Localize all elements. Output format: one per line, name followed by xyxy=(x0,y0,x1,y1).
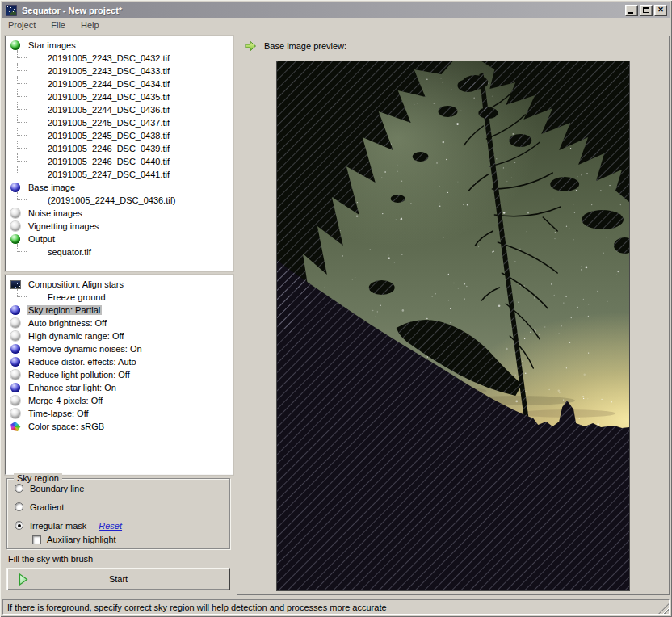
tree-section-label: Star images xyxy=(27,40,78,50)
night-sky-photo xyxy=(277,61,629,590)
radio-boundary-line[interactable] xyxy=(15,484,23,493)
tree-section-star-images[interactable]: Star images xyxy=(6,39,233,52)
radio-label: Boundary line xyxy=(30,484,84,493)
tree-section-output[interactable]: Output xyxy=(6,233,233,246)
tree-file-item[interactable]: 20191005_2244_DSC_0435.tif xyxy=(6,90,233,103)
sphere-gray-icon xyxy=(10,221,20,231)
base-image-preview[interactable] xyxy=(276,61,630,591)
settings-item-label: Sky region: Partial xyxy=(27,305,102,315)
tree-section-label: Output xyxy=(27,234,57,244)
tree-file-label: 20191005_2247_DSC_0441.tif xyxy=(46,170,171,179)
preview-header-label: Base image preview: xyxy=(264,41,346,51)
settings-item-time-lapse[interactable]: Time-lapse: Off xyxy=(6,407,233,420)
settings-item-label: Color space: sRGB xyxy=(27,422,106,431)
sphere-blue-icon xyxy=(10,183,20,192)
settings-item-merge-4-pixels[interactable]: Merge 4 pixels: Off xyxy=(6,394,233,407)
tree-file-item[interactable]: 20191005_2246_DSC_0440.tif xyxy=(6,155,233,168)
sphere-gray-icon xyxy=(10,396,20,405)
tree-file-item[interactable]: 20191005_2245_DSC_0437.tif xyxy=(6,116,233,129)
sphere-gray-icon xyxy=(10,370,20,380)
radio-option-gradient[interactable]: Gradient xyxy=(7,497,229,516)
tree-file-item[interactable]: 20191005_2244_DSC_0434.tif xyxy=(6,78,233,90)
brush-hint: Fill the sky with brush xyxy=(5,552,232,566)
settings-item-reduce-distor-effects[interactable]: Reduce distor. effects: Auto xyxy=(6,355,233,368)
menu-item-help[interactable]: Help xyxy=(78,19,107,32)
minimize-button[interactable] xyxy=(625,5,638,16)
tree-file-label: 20191005_2244_DSC_0436.tif xyxy=(46,105,171,115)
settings-item-remove-dynamic-noises[interactable]: Remove dynamic noises: On xyxy=(6,342,233,355)
tree-file-label: sequator.tif xyxy=(46,247,93,257)
resize-grip[interactable] xyxy=(658,603,669,614)
tree-file-label: 20191005_2246_DSC_0439.tif xyxy=(46,144,171,153)
settings-item-sky-region[interactable]: Sky region: Partial xyxy=(6,304,233,317)
tree-file-label: (20191005_2244_DSC_0436.tif) xyxy=(46,195,177,205)
settings-item-high-dynamic-range[interactable]: High dynamic range: Off xyxy=(6,329,233,342)
sphere-blue-icon xyxy=(10,305,20,315)
tree-file-item[interactable]: 20191005_2243_DSC_0433.tif xyxy=(6,65,233,78)
tree-section-vignetting-images[interactable]: Vignetting images xyxy=(6,220,233,233)
sphere-gray-icon xyxy=(10,409,20,418)
preview-panel: Base image preview: xyxy=(237,36,670,595)
radio-label: Gradient xyxy=(30,502,64,512)
settings-item-reduce-light-pollution[interactable]: Reduce light pollution: Off xyxy=(6,368,233,381)
tree-file-item[interactable]: 20191005_2245_DSC_0438.tif xyxy=(6,129,233,142)
tree-file-item[interactable]: 20191005_2247_DSC_0441.tif xyxy=(6,168,233,181)
sphere-blue-icon xyxy=(10,357,20,367)
tree-connector-icon xyxy=(17,89,27,97)
settings-item-label: Enhance star light: On xyxy=(27,383,118,392)
radio-gradient[interactable] xyxy=(15,502,23,511)
close-button[interactable]: ✕ xyxy=(654,5,667,16)
tree-section-label: Vignetting images xyxy=(27,221,100,231)
window-title: Sequator - New project* xyxy=(22,6,122,15)
menu-item-project[interactable]: Project xyxy=(5,19,43,32)
auxiliary-highlight-option[interactable]: Auxiliary highlight xyxy=(7,533,229,546)
settings-item-enhance-star-light[interactable]: Enhance star light: On xyxy=(6,381,233,394)
tree-file-item[interactable]: 20191005_2244_DSC_0436.tif xyxy=(6,103,233,116)
tree-connector-icon xyxy=(17,102,27,110)
tree-file-item[interactable]: 20191005_2243_DSC_0432.tif xyxy=(6,52,233,65)
tree-file-item[interactable]: sequator.tif xyxy=(6,246,233,258)
sky-region-group-title: Sky region xyxy=(14,473,62,483)
settings-item-label: Reduce light pollution: Off xyxy=(27,370,132,380)
status-text: If there is foreground, specify correct … xyxy=(7,602,387,612)
settings-item-label: Time-lapse: Off xyxy=(27,409,90,418)
reset-link[interactable]: Reset xyxy=(99,521,122,531)
tree-connector-icon xyxy=(17,128,27,136)
tree-file-label: 20191005_2245_DSC_0437.tif xyxy=(46,118,171,128)
menu-bar: ProjectFileHelp xyxy=(5,19,111,32)
sphere-gray-icon xyxy=(10,208,20,218)
tree-connector-icon xyxy=(17,166,27,174)
auxiliary-highlight-checkbox[interactable] xyxy=(32,535,41,544)
settings-item-composition[interactable]: Composition: Align stars xyxy=(6,278,233,291)
tree-file-item[interactable]: 20191005_2246_DSC_0439.tif xyxy=(6,142,233,155)
settings-item-label: Composition: Align stars xyxy=(27,279,125,289)
arrow-right-icon xyxy=(245,40,257,52)
settings-item-label: High dynamic range: Off xyxy=(27,331,125,341)
settings-item-color-space[interactable]: Color space: sRGB xyxy=(6,420,233,433)
sphere-green-icon xyxy=(10,40,20,50)
maximize-button[interactable] xyxy=(640,5,653,16)
start-button[interactable]: Start xyxy=(6,568,230,590)
tree-file-item[interactable]: (20191005_2244_DSC_0436.tif) xyxy=(6,194,233,207)
app-icon xyxy=(6,5,17,16)
tree-section-noise-images[interactable]: Noise images xyxy=(6,207,233,220)
radio-irregular-mask[interactable] xyxy=(15,521,23,530)
status-bar: If there is foreground, specify correct … xyxy=(2,599,670,615)
title-bar[interactable]: Sequator - New project* ✕ xyxy=(2,2,670,18)
sphere-gray-icon xyxy=(10,331,20,341)
settings-item-label: Remove dynamic noises: On xyxy=(27,344,144,354)
tree-connector-icon xyxy=(17,115,27,123)
menu-item-file[interactable]: File xyxy=(48,19,73,32)
tree-connector-icon xyxy=(17,141,27,149)
tree-connector-icon xyxy=(17,50,27,58)
radio-option-irregular-mask[interactable]: Irregular maskReset xyxy=(7,516,229,535)
tree-section-base-image[interactable]: Base image xyxy=(6,181,233,194)
tree-connector-icon xyxy=(17,192,27,200)
settings-item-label: Auto brightness: Off xyxy=(27,318,108,328)
settings-item-freeze-ground[interactable]: Freeze ground xyxy=(6,291,233,304)
play-icon xyxy=(19,573,28,586)
settings-item-auto-brightness[interactable]: Auto brightness: Off xyxy=(6,317,233,329)
tree-connector-icon xyxy=(17,289,27,297)
tree-connector-icon xyxy=(17,76,27,84)
sphere-green-icon xyxy=(10,234,20,244)
